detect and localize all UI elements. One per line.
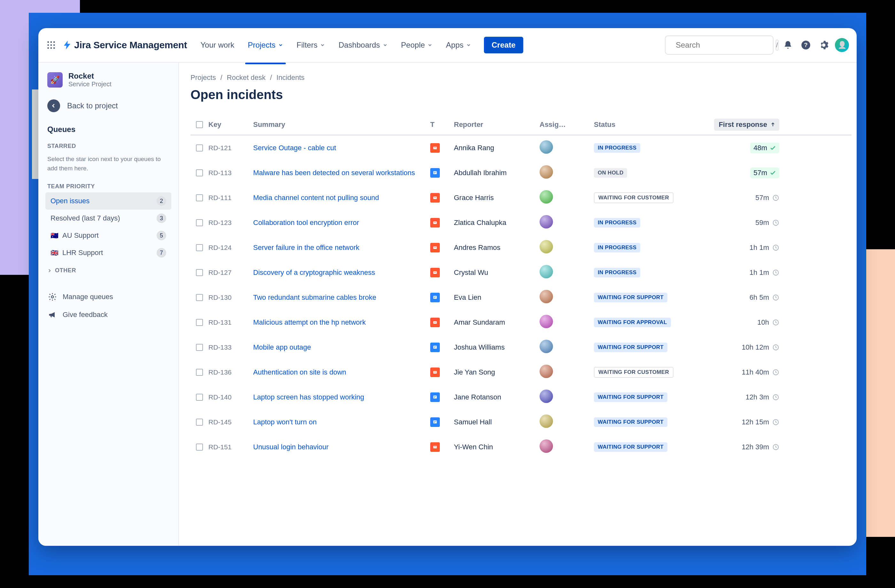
- issue-key[interactable]: RD-111: [208, 194, 253, 202]
- project-header[interactable]: 🚀 Rocket Service Project: [38, 71, 178, 94]
- svg-rect-29: [434, 272, 436, 273]
- issue-key[interactable]: RD-130: [208, 294, 253, 302]
- issue-key[interactable]: RD-145: [208, 418, 253, 426]
- select-all-checkbox[interactable]: [196, 121, 203, 128]
- issue-summary[interactable]: Server failure in the office network: [253, 243, 430, 253]
- issue-summary[interactable]: Authentication on site is down: [253, 368, 430, 377]
- queue-count: 7: [156, 248, 166, 258]
- row-checkbox[interactable]: [196, 344, 203, 351]
- issue-key[interactable]: RD-113: [208, 169, 253, 177]
- col-first-response[interactable]: First response: [699, 118, 779, 131]
- issue-summary[interactable]: Service Outage - cable cut: [253, 143, 430, 153]
- issue-summary[interactable]: Media channel content not pulling sound: [253, 193, 430, 203]
- starred-label: STARRED: [46, 137, 171, 152]
- col-key[interactable]: Key: [208, 120, 253, 129]
- assignee-avatar[interactable]: [540, 190, 553, 203]
- assignee-avatar[interactable]: [540, 240, 553, 253]
- issue-key[interactable]: RD-124: [208, 244, 253, 252]
- assignee-avatar[interactable]: [540, 215, 553, 229]
- nav-filters[interactable]: Filters: [291, 37, 331, 53]
- profile-avatar[interactable]: [835, 38, 849, 52]
- assignee-avatar[interactable]: [540, 414, 553, 428]
- nav-dashboards[interactable]: Dashboards: [333, 37, 393, 53]
- back-to-project[interactable]: Back to project: [38, 94, 178, 117]
- row-checkbox[interactable]: [196, 444, 203, 450]
- response-time: 11h 40m: [742, 368, 769, 376]
- issue-summary[interactable]: Malware has been detected on several wor…: [253, 168, 430, 178]
- issue-summary[interactable]: Collaboration tool encryption error: [253, 218, 430, 227]
- queue-label: Open issues: [50, 197, 90, 205]
- assignee-avatar[interactable]: [540, 340, 553, 353]
- row-checkbox[interactable]: [196, 394, 203, 401]
- app-switcher-icon[interactable]: [44, 38, 58, 52]
- issue-summary[interactable]: Mobile app outage: [253, 342, 430, 352]
- issue-key[interactable]: RD-151: [208, 443, 253, 451]
- breadcrumb-item[interactable]: Incidents: [276, 74, 305, 82]
- col-type[interactable]: T: [430, 120, 454, 129]
- issue-key[interactable]: RD-133: [208, 344, 253, 351]
- row-checkbox[interactable]: [196, 319, 203, 326]
- issue-key[interactable]: RD-136: [208, 368, 253, 376]
- help-icon[interactable]: ?: [799, 38, 813, 52]
- col-reporter[interactable]: Reporter: [454, 120, 540, 129]
- nav-apps[interactable]: Apps: [440, 37, 477, 53]
- col-status[interactable]: Status: [594, 120, 699, 129]
- issue-summary[interactable]: Two redundant submarine cables broke: [253, 293, 430, 302]
- assignee-avatar[interactable]: [540, 365, 553, 378]
- row-checkbox[interactable]: [196, 169, 203, 176]
- breadcrumb-item[interactable]: Rocket desk: [227, 74, 265, 82]
- issue-key[interactable]: RD-140: [208, 393, 253, 401]
- settings-icon[interactable]: [817, 38, 830, 52]
- queue-au-support[interactable]: 🇦🇺AU Support5: [46, 227, 171, 244]
- row-checkbox[interactable]: [196, 219, 203, 226]
- row-checkbox[interactable]: [196, 194, 203, 202]
- issue-summary[interactable]: Malicious attempt on the hp network: [253, 318, 430, 327]
- create-button[interactable]: Create: [484, 37, 523, 53]
- product-logo[interactable]: Jira Service Management: [62, 39, 187, 50]
- issue-summary[interactable]: Discovery of a cryptographic weakness: [253, 268, 430, 277]
- row-checkbox[interactable]: [196, 144, 203, 152]
- assignee-avatar[interactable]: [540, 389, 553, 403]
- clock-icon: [772, 219, 779, 226]
- assignee-avatar[interactable]: [540, 140, 553, 154]
- svg-rect-36: [434, 322, 436, 323]
- notifications-icon[interactable]: [781, 38, 795, 52]
- issue-summary[interactable]: Laptop screen has stopped working: [253, 393, 430, 402]
- queue-list: Open issues2Resolved (last 7 days)3🇦🇺AU …: [46, 192, 171, 261]
- col-assignee[interactable]: Assig…: [540, 120, 594, 129]
- nav-your-work[interactable]: Your work: [195, 37, 240, 53]
- nav-projects[interactable]: Projects: [242, 37, 289, 53]
- assignee-avatar[interactable]: [540, 265, 553, 278]
- queue-open-issues[interactable]: Open issues2: [46, 192, 171, 210]
- queue-resolved-last-7-days-[interactable]: Resolved (last 7 days)3: [46, 210, 171, 227]
- assignee-avatar[interactable]: [540, 290, 553, 303]
- queue-lhr-support[interactable]: 🇬🇧LHR Support7: [46, 244, 171, 261]
- svg-rect-40: [434, 347, 435, 348]
- issue-summary[interactable]: Unusual login behaviour: [253, 442, 430, 452]
- project-subtitle: Service Project: [68, 80, 112, 88]
- issue-summary[interactable]: Laptop won't turn on: [253, 417, 430, 427]
- manage-queues[interactable]: Manage queues: [46, 288, 171, 306]
- breadcrumb-item[interactable]: Projects: [191, 74, 216, 82]
- issue-key[interactable]: RD-121: [208, 144, 253, 152]
- row-checkbox[interactable]: [196, 294, 203, 301]
- assignee-avatar[interactable]: [540, 315, 553, 328]
- issue-key[interactable]: RD-127: [208, 269, 253, 276]
- row-checkbox[interactable]: [196, 244, 203, 251]
- response-time: 57m: [755, 194, 769, 202]
- row-checkbox[interactable]: [196, 269, 203, 276]
- row-checkbox[interactable]: [196, 369, 203, 376]
- search-input[interactable]: [676, 41, 771, 50]
- give-feedback[interactable]: Give feedback: [46, 306, 171, 324]
- row-checkbox[interactable]: [196, 419, 203, 426]
- nav-people[interactable]: People: [395, 37, 438, 53]
- issue-key[interactable]: RD-123: [208, 219, 253, 227]
- clock-icon: [772, 244, 779, 251]
- assignee-avatar[interactable]: [540, 165, 553, 179]
- issue-key[interactable]: RD-131: [208, 318, 253, 326]
- col-summary[interactable]: Summary: [253, 120, 430, 129]
- assignee-avatar[interactable]: [540, 439, 553, 453]
- table-header: Key Summary T Reporter Assig… Status Fir…: [191, 115, 851, 135]
- search-box[interactable]: /: [665, 35, 774, 55]
- other-section-toggle[interactable]: OTHER: [46, 261, 171, 280]
